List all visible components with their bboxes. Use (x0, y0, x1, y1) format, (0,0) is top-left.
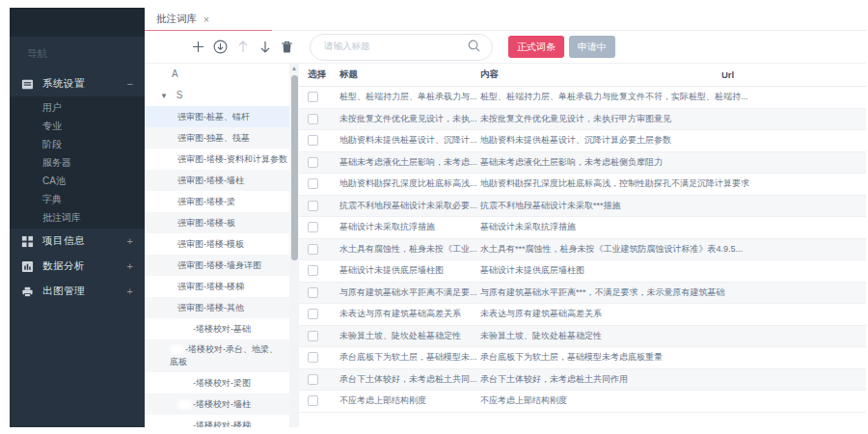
row-checkbox[interactable] (308, 222, 318, 232)
pending-application-button[interactable]: 申请中 (569, 36, 615, 58)
row-content: 地勘资料未提供桩基设计、沉降计算必要土层参数 (480, 134, 721, 147)
tree-item[interactable]: -塔楼校对-承台、地梁、底板 (145, 339, 289, 372)
row-checkbox[interactable] (308, 287, 318, 298)
tree-group-a[interactable]: A (145, 64, 289, 85)
row-checkbox[interactable] (308, 374, 318, 385)
expand-icon[interactable]: + (127, 285, 133, 297)
sidebar-subitem[interactable]: 阶段 (10, 135, 145, 153)
tree-scrollbar[interactable]: ▲ (289, 64, 299, 427)
sidebar-subitem[interactable]: CA池 (10, 172, 145, 190)
redacted-blur (170, 345, 184, 354)
table-row[interactable]: 基础设计未采取抗浮措施 基础设计未采取抗浮措施 (299, 217, 866, 239)
table-row[interactable]: 桩型、桩端持力层、单桩承载力与... 桩型、桩端持力层、单桩承载力与批复文件不符… (299, 87, 866, 109)
table-row[interactable]: 抗震不利地段基础设计未采取必要... 抗震不利地段基础设计未采取***措施 (299, 196, 866, 218)
row-checkbox[interactable] (308, 395, 318, 406)
tree-group-s[interactable]: ▼ S (145, 85, 289, 106)
row-content: 抗震不利地段基础设计未采取***措施 (480, 200, 721, 212)
row-title: 基础设计未提供底层墙柱图 (339, 264, 480, 277)
row-checkbox[interactable] (308, 135, 318, 146)
toolbar: 请输入标题 正式词条 申请中 (145, 31, 866, 63)
table-row[interactable]: 基础设计未提供底层墙柱图 基础设计未提供底层墙柱图 (299, 260, 866, 283)
row-checkbox[interactable] (308, 178, 318, 189)
tab-annotation-lexicon[interactable]: 批注词库 × (145, 8, 272, 31)
system-settings-submenu: 用户 专业 阶段 服务器 CA池 字典 批注词库 (10, 96, 145, 229)
tree-item[interactable]: 强审图-桩基、锚杆 (145, 106, 289, 127)
list-icon (21, 78, 34, 91)
sidebar-logo-area (10, 8, 145, 37)
table-row[interactable]: 承台底板下为软土层，基础模型未... 承台底板下为软土层，基础模型未考虑底板重量 (299, 347, 866, 369)
chart-icon (21, 260, 34, 273)
collapse-icon[interactable]: − (127, 78, 133, 90)
sidebar-nav-input[interactable]: 导航 (10, 37, 145, 71)
row-content: 未按批复文件优化意见设计，未执行甲方审图意见 (480, 113, 721, 125)
tree-item[interactable]: 强审图-塔楼-模板 (145, 233, 289, 255)
row-content: 基础设计未提供底层墙柱图 (480, 264, 721, 277)
table-row[interactable]: 未验算土坡、陡坎处桩基稳定性 未验算土坡、陡坎处桩基稳定性 (299, 326, 866, 348)
tree-item-label: -塔楼校对-梁图 (193, 378, 251, 388)
tree-item[interactable]: 强审图-塔楼-墙身详图 (145, 255, 289, 276)
scroll-up-icon[interactable]: ▲ (289, 64, 299, 73)
row-checkbox[interactable] (308, 92, 318, 102)
row-select-cell (299, 374, 339, 385)
tree-item-label: 强审图-塔楼-梁 (177, 197, 235, 206)
table-row[interactable]: 未按批复文件优化意见设计，未执... 未按批复文件优化意见设计，未执行甲方审图意… (299, 109, 866, 131)
row-checkbox[interactable] (308, 265, 318, 276)
expand-icon[interactable]: + (127, 235, 133, 247)
sidebar-item-system-settings[interactable]: 系统设置 − (10, 71, 145, 96)
sidebar-item-label: 出图管理 (42, 285, 127, 298)
row-checkbox[interactable] (308, 157, 318, 168)
tree-item[interactable]: 强审图-塔楼-板 (145, 212, 289, 233)
download-icon[interactable] (213, 40, 228, 54)
tree-item[interactable]: 强审图-塔楼-资料和计算参数 (145, 149, 289, 170)
expand-icon[interactable]: + (127, 260, 133, 272)
table-row[interactable]: 水土具有腐蚀性，桩身未按《工业... 水土具有***腐蚀性，桩身未按《工业建筑防… (299, 239, 866, 261)
tree-item[interactable]: 强审图-塔楼-其他 (145, 297, 289, 318)
sidebar-item-drawing-management[interactable]: 出图管理 + (10, 279, 145, 304)
row-title: 水土具有腐蚀性，桩身未按《工业... (339, 243, 480, 256)
row-checkbox[interactable] (308, 244, 318, 255)
trash-icon[interactable] (280, 40, 294, 54)
search-icon[interactable] (468, 39, 480, 56)
sidebar-subitem[interactable]: 批注词库 (10, 208, 145, 227)
row-select-cell (299, 201, 339, 211)
caret-down-icon[interactable]: ▼ (160, 86, 168, 107)
column-header-select: 选择 (299, 68, 339, 81)
table-row[interactable]: 不应考虑上部结构刚度 不应考虑上部结构刚度 (299, 391, 866, 413)
row-title: 基础未考虑液化土层影响，未考虑... (339, 156, 480, 169)
arrow-down-icon[interactable] (258, 40, 272, 54)
table-row[interactable]: 基础未考虑液化土层影响，未考虑... 基础未考虑液化土层影响，未考虑桩侧负摩阻力 (299, 152, 866, 175)
tree-item[interactable]: 强审图-塔楼-楼梯 (145, 276, 289, 297)
sidebar-subitem[interactable]: 字典 (10, 190, 145, 208)
tree-item[interactable]: 强审图-独基、筏基 (145, 127, 289, 149)
sidebar-subitem[interactable]: 用户 (10, 98, 145, 117)
tree-item[interactable]: 强审图-塔楼-梁 (145, 191, 289, 212)
tree-item[interactable]: -塔楼校对-楼梯 (145, 415, 289, 427)
table-row[interactable]: 承台下土体较好，未考虑桩土共同... 承台下土体较好，未考虑桩土共同作用 (299, 369, 866, 392)
formal-entries-button[interactable]: 正式词条 (508, 36, 564, 58)
row-checkbox[interactable] (308, 331, 318, 341)
tree-item[interactable]: -塔楼校对-墙柱 (145, 393, 289, 415)
row-checkbox[interactable] (308, 352, 318, 363)
table-row[interactable]: 地勘资料未提供桩基设计、沉降计... 地勘资料未提供桩基设计、沉降计算必要土层参… (299, 130, 866, 152)
scrollbar-thumb[interactable] (291, 75, 298, 260)
column-header-content: 内容 (480, 68, 721, 81)
sidebar-item-data-analysis[interactable]: 数据分析 + (10, 254, 145, 279)
close-icon[interactable]: × (203, 14, 209, 25)
tree-item[interactable]: 强审图-塔楼-墙柱 (145, 170, 289, 191)
redacted-blur (177, 400, 192, 409)
row-checkbox[interactable] (308, 201, 318, 211)
sidebar-subitem[interactable]: 服务器 (10, 153, 145, 172)
sidebar-subitem[interactable]: 专业 (10, 117, 145, 135)
table-row[interactable]: 地勘资料勘探孔深度比桩底标高浅... 地勘资料勘探孔深度比桩底标高浅，控制性勘探… (299, 174, 866, 196)
row-checkbox[interactable] (308, 309, 318, 319)
arrow-up-icon[interactable] (235, 40, 250, 54)
tree-item[interactable]: -塔楼校对-梁图 (145, 372, 289, 393)
tree-item[interactable]: -塔楼校对-基础 (145, 318, 289, 339)
search-input[interactable]: 请输入标题 (310, 34, 493, 61)
table-row[interactable]: 未表达与原有建筑基础高差关系 未表达与原有建筑基础高差关系 (299, 304, 866, 326)
table-row[interactable]: 与原有建筑基础水平距离不满足要... 与原有建筑基础水平距离***，不满足要求，… (299, 283, 866, 305)
sidebar-item-project-info[interactable]: 项目信息 + (10, 229, 145, 254)
row-checkbox[interactable] (308, 114, 318, 124)
add-icon[interactable] (191, 40, 205, 54)
row-content: 未表达与原有建筑基础高差关系 (480, 308, 721, 320)
